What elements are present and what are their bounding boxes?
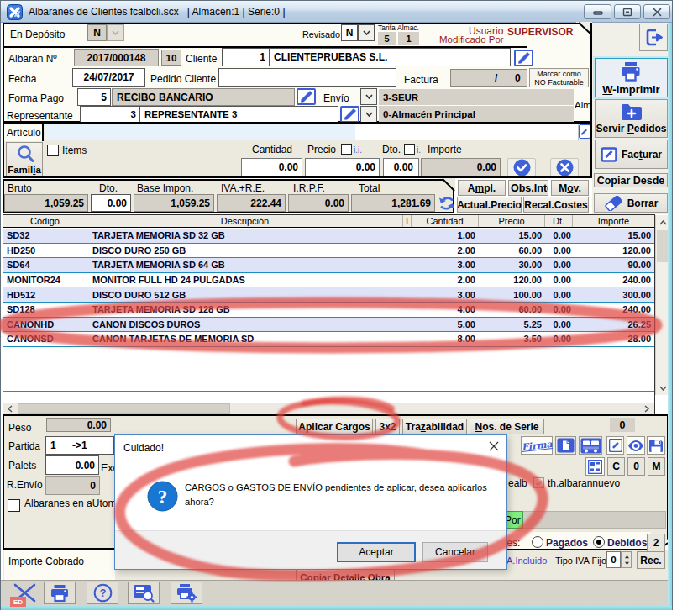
- precio-field[interactable]: 0.00: [305, 158, 380, 176]
- borrar-button[interactable]: Borrar: [594, 193, 668, 213]
- cliente-code-field[interactable]: 1: [222, 48, 269, 66]
- ed-text: ED: [13, 598, 23, 606]
- ampl-button[interactable]: Ampl.: [458, 180, 506, 196]
- tipo-iva-value[interactable]: 0: [606, 551, 621, 568]
- hscroll-left-button[interactable]: [3, 403, 16, 415]
- dto-i-checkbox[interactable]: [404, 144, 415, 155]
- copiar-desde-button[interactable]: Copiar Desde: [594, 173, 668, 187]
- precio-ii-checkbox[interactable]: [341, 144, 352, 155]
- rec-button[interactable]: Rec.: [637, 551, 665, 569]
- pagados-radio[interactable]: [532, 536, 543, 548]
- trazabilidad-button[interactable]: Trazabilidad: [402, 419, 467, 434]
- articulo-input[interactable]: [45, 124, 355, 140]
- ver-button[interactable]: [627, 436, 645, 455]
- grid-row[interactable]: SD64TARJETA MEMORIA SD 64 GB3.0030.000.0…: [3, 258, 654, 273]
- representante-code[interactable]: 3: [80, 106, 140, 123]
- grid-row[interactable]: HD250DISCO DURO 250 GB2.0060.000.00120.0…: [3, 244, 654, 259]
- help-button[interactable]: ?: [87, 582, 118, 604]
- items-checkbox[interactable]: [47, 145, 59, 156]
- refresh-icon[interactable]: [437, 193, 457, 213]
- articulo-tab[interactable]: Artículo: [3, 122, 44, 141]
- exit-button[interactable]: [639, 24, 668, 51]
- preview-button[interactable]: [128, 582, 160, 604]
- title-bar[interactable]: Albaranes de Clientes fcalbcli.scx | Alm…: [1, 1, 672, 23]
- hscroll-thumb[interactable]: [18, 403, 230, 414]
- documento-button[interactable]: [555, 436, 576, 455]
- cancelar-button[interactable]: Cancelar: [422, 542, 488, 562]
- close-button[interactable]: [643, 4, 670, 19]
- print-config-button[interactable]: [171, 582, 202, 604]
- col-header-dt[interactable]: Dt.: [545, 215, 573, 227]
- minimize-button[interactable]: [584, 4, 611, 19]
- envio-dropdown[interactable]: [360, 88, 377, 105]
- revisado-label: Revisado:: [302, 29, 343, 39]
- grid-hscrollbar[interactable]: [3, 403, 654, 415]
- almacen-dropdown[interactable]: [360, 106, 377, 123]
- obs-button[interactable]: Obs.Inter: [508, 180, 548, 196]
- col-header-precio[interactable]: Precio: [479, 215, 545, 227]
- aplicar-cargos-button[interactable]: Aplicar Cargos: [296, 419, 373, 434]
- servir-pedidos-button[interactable]: Servir Pedidos: [595, 99, 668, 138]
- articulo-edit-button[interactable]: [579, 124, 590, 139]
- layout-button[interactable]: [585, 457, 605, 476]
- imprimir-button[interactable]: W-Imprimir: [595, 58, 668, 97]
- revisado-dropdown[interactable]: [358, 24, 375, 41]
- grid-row[interactable]: CANONSDCANON TARJETAS DE MEMORIA SD8.003…: [3, 332, 654, 347]
- aceptar-button[interactable]: Aceptar: [337, 542, 416, 562]
- traza-post-text: abilidad: [426, 421, 464, 433]
- cantidad-field[interactable]: 0.00: [241, 158, 302, 176]
- fecha-value[interactable]: 24/07/2017: [72, 68, 145, 87]
- print-button[interactable]: [44, 582, 76, 604]
- factura-field: / 0: [450, 69, 527, 87]
- en-deposito-dropdown[interactable]: [107, 24, 124, 41]
- tipo-iva-spinner[interactable]: [621, 551, 632, 568]
- col-header-cantidad[interactable]: Cantidad: [412, 215, 479, 227]
- partida-field[interactable]: 1 ->1: [45, 436, 114, 455]
- col-header-i[interactable]: I: [403, 215, 412, 227]
- m-button[interactable]: M: [648, 457, 665, 476]
- nos-serie-button[interactable]: Nos. de Serie: [470, 419, 544, 434]
- grid-row-empty: [3, 361, 654, 376]
- col-header-codigo[interactable]: Código: [3, 215, 87, 227]
- actual-precio-button[interactable]: Actual.Precio: [457, 197, 522, 213]
- restore-button[interactable]: [614, 4, 641, 19]
- grid-row[interactable]: SD32TARJETA MEMORIA SD 32 GB1.0015.000.0…: [3, 229, 654, 244]
- familia-button[interactable]: Familia: [6, 142, 43, 176]
- forma-pago-code[interactable]: 5: [77, 88, 111, 106]
- grid-cell-cantidad: 8.00: [412, 332, 479, 346]
- th-checkbox[interactable]: [533, 477, 544, 488]
- tresxdos-button[interactable]: 3x2: [375, 419, 400, 434]
- palets-value[interactable]: 0.00: [45, 455, 99, 475]
- representante-edit-button[interactable]: [340, 106, 359, 123]
- transporte-button[interactable]: [579, 436, 602, 455]
- grid-row[interactable]: HD512DISCO DURO 512 GB3.00100.000.00300.…: [3, 287, 654, 303]
- hscroll-right-button[interactable]: [640, 403, 653, 415]
- dialog-close-button[interactable]: [480, 435, 508, 457]
- dos-button[interactable]: 2: [647, 534, 665, 552]
- grid-row[interactable]: SD128TARJETA MEMORIA SD 128 GB4.0060.000…: [3, 303, 654, 318]
- articulo-input2[interactable]: [355, 124, 579, 140]
- grid-row[interactable]: CANONHDCANON DISCOS DUROS5.005.250.0026.…: [3, 318, 654, 333]
- dto-field[interactable]: 0.00: [383, 158, 419, 176]
- line-cancel-button[interactable]: [550, 158, 579, 176]
- mov-button[interactable]: Mov.: [551, 180, 589, 196]
- grid-row[interactable]: MONITOR24MONITOR FULL HD 24 PULGADAS2.00…: [3, 273, 654, 288]
- debidos-radio[interactable]: [593, 536, 605, 548]
- cliente-name-field[interactable]: CLIENTEPRUEBAS S.L.: [269, 48, 511, 66]
- forma-pago-edit-button[interactable]: [297, 88, 316, 105]
- col-header-descripcion[interactable]: Descripción: [87, 215, 403, 227]
- cliente-edit-button[interactable]: [514, 50, 533, 66]
- firma-button[interactable]: Firma: [521, 436, 553, 455]
- col-header-importe[interactable]: Importe: [573, 215, 654, 227]
- editar-obs-button[interactable]: [606, 436, 624, 455]
- pedido-field[interactable]: [218, 68, 396, 87]
- recal-costes-button[interactable]: Recal.Costes: [523, 197, 589, 213]
- representante-name[interactable]: REPRESENTANTE 3: [139, 106, 338, 123]
- cero-button[interactable]: 0: [627, 457, 645, 476]
- c-button[interactable]: C: [607, 457, 625, 476]
- facturar-button[interactable]: Facturar: [595, 140, 668, 169]
- guardar-button[interactable]: [647, 436, 665, 455]
- line-accept-button[interactable]: [507, 158, 536, 176]
- albaranes-checkbox[interactable]: [8, 499, 20, 512]
- dto-total-value[interactable]: 0.00: [91, 194, 131, 212]
